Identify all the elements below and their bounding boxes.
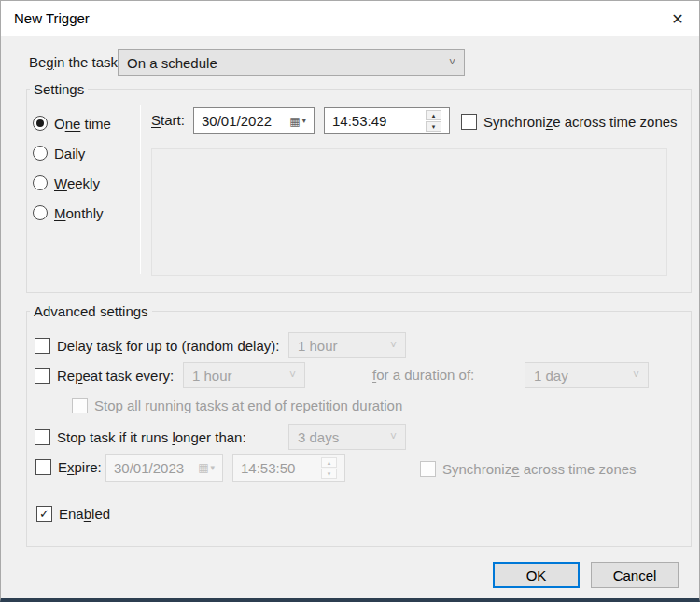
sync-timezones-checkbox-row[interactable]: Synchronize across time zones	[461, 112, 678, 131]
ok-button[interactable]: OK	[493, 562, 580, 588]
enabled-checkbox-row[interactable]: ✓ Enabled	[36, 504, 110, 523]
chevron-down-icon: ˅	[385, 339, 397, 352]
duration-select: 1 day ˅	[525, 362, 649, 388]
time-spinner: ▴ ▾	[321, 457, 337, 479]
window-title: New Trigger	[14, 1, 90, 36]
begin-task-value: On a schedule	[127, 55, 217, 71]
radio-monthly[interactable]: Monthly	[33, 203, 104, 222]
expire-date-value: 30/01/2023	[114, 460, 184, 476]
start-time-field[interactable]: 14:53:49 ▴ ▾	[324, 107, 450, 134]
radio-weekly-label: Weekly	[54, 175, 100, 191]
radio-daily-label: Daily	[54, 146, 85, 161]
spin-down-button[interactable]: ▾	[426, 121, 441, 132]
chevron-down-icon: ˅	[284, 369, 296, 382]
radio-one-time-label: One time	[54, 116, 111, 132]
expire-label: Expire:	[58, 459, 102, 475]
stop-all-tasks-checkbox-row: Stop all running tasks at end of repetit…	[72, 396, 402, 414]
chevron-down-icon: ˅	[443, 56, 455, 69]
checkbox-icon	[35, 338, 50, 354]
cancel-button[interactable]: Cancel	[591, 562, 679, 588]
repeat-task-label: Repeat task every:	[57, 368, 174, 384]
stop-task-label: Stop task if it runs longer than:	[57, 429, 246, 445]
advanced-settings-group-label: Advanced settings	[30, 302, 152, 321]
duration-value: 1 day	[534, 368, 568, 384]
radio-icon	[33, 175, 48, 190]
chevron-down-icon: ˅	[385, 430, 397, 443]
radio-icon	[33, 205, 48, 220]
begin-task-select[interactable]: On a schedule ˅	[118, 49, 465, 76]
begin-task-label: Begin the task:	[29, 53, 121, 72]
repeat-task-checkbox-row[interactable]: Repeat task every:	[35, 366, 174, 385]
repeat-interval-select: 1 hour ˅	[183, 362, 305, 388]
expire-time-field: 14:53:50 ▴ ▾	[232, 454, 345, 482]
checkbox-icon	[461, 114, 477, 130]
checkbox-icon	[35, 368, 50, 384]
delay-task-value: 1 hour	[298, 338, 338, 354]
radio-icon	[33, 146, 48, 161]
start-time-value: 14:53:49	[332, 113, 386, 129]
expire-sync-timezones-checkbox-row: Synchronize across time zones	[420, 459, 637, 478]
schedule-options-panel	[151, 148, 667, 276]
calendar-icon: ▦	[289, 116, 300, 127]
spin-up-button[interactable]: ▴	[426, 110, 441, 120]
time-spinner: ▴ ▾	[426, 110, 441, 132]
titlebar: New Trigger ✕	[1, 1, 699, 36]
expire-time-value: 14:53:50	[241, 460, 295, 476]
radio-selected-icon	[33, 116, 48, 131]
expire-date-field: 30/01/2023 ▦ ▾	[105, 454, 223, 482]
radio-daily[interactable]: Daily	[33, 144, 85, 162]
radio-monthly-label: Monthly	[54, 205, 104, 221]
checkbox-icon	[420, 461, 436, 477]
dropdown-arrow-icon: ▾	[301, 117, 306, 125]
close-icon: ✕	[671, 10, 683, 28]
spin-up-button: ▴	[321, 457, 337, 468]
checkbox-icon	[72, 398, 88, 413]
stop-task-checkbox-row[interactable]: Stop task if it runs longer than:	[35, 427, 246, 446]
spin-down-button: ▾	[321, 469, 337, 479]
delay-task-label: Delay task for up to (random delay):	[57, 338, 279, 354]
expire-sync-timezones-label: Synchronize across time zones	[442, 461, 637, 477]
radio-weekly[interactable]: Weekly	[33, 174, 100, 192]
date-picker-button-disabled: ▦ ▾	[198, 462, 215, 473]
settings-group-label: Settings	[30, 80, 88, 99]
checkbox-icon	[35, 429, 50, 445]
start-date-field[interactable]: 30/01/2022 ▦ ▾	[193, 107, 315, 134]
start-date-value: 30/01/2022	[202, 113, 272, 129]
settings-group: Settings One time Daily Weekly Monthly S…	[26, 89, 692, 293]
delay-task-checkbox-row[interactable]: Delay task for up to (random delay):	[35, 336, 279, 355]
dropdown-arrow-icon: ▾	[210, 464, 215, 472]
stop-task-duration-select: 3 days ˅	[288, 424, 406, 450]
calendar-icon: ▦	[198, 462, 208, 473]
advanced-settings-group: Advanced settings Delay task for up to (…	[26, 311, 692, 547]
start-label: Start:	[151, 111, 185, 130]
close-button[interactable]: ✕	[656, 1, 699, 36]
stop-task-duration-value: 3 days	[298, 429, 339, 445]
expire-checkbox-row[interactable]: Expire:	[35, 457, 102, 476]
date-picker-button[interactable]: ▦ ▾	[289, 116, 306, 127]
duration-label: for a duration of:	[372, 366, 474, 385]
stop-all-tasks-label: Stop all running tasks at end of repetit…	[94, 398, 402, 413]
enabled-label: Enabled	[59, 506, 110, 522]
checkbox-checked-icon: ✓	[36, 506, 52, 522]
repeat-interval-value: 1 hour	[192, 368, 232, 384]
settings-separator	[140, 105, 141, 274]
checkbox-icon	[35, 459, 51, 475]
chevron-down-icon: ˅	[627, 369, 639, 382]
delay-task-select: 1 hour ˅	[288, 332, 406, 358]
sync-timezones-label: Synchronize across time zones	[483, 114, 678, 130]
radio-one-time[interactable]: One time	[33, 114, 111, 133]
new-trigger-dialog: New Trigger ✕ Begin the task: On a sched…	[0, 0, 700, 602]
